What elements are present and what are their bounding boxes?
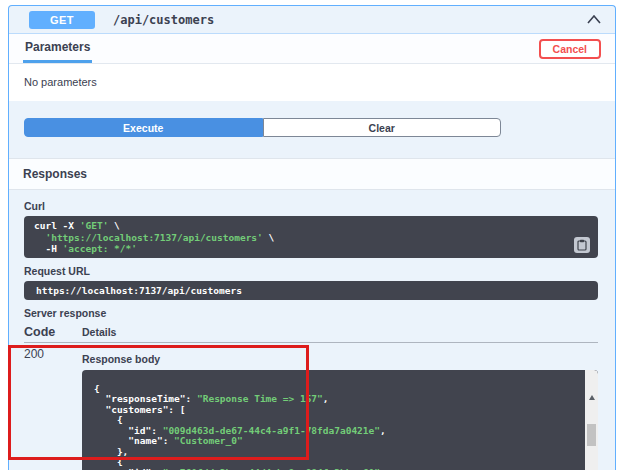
scroll-up-arrow-icon[interactable] [589,395,595,400]
response-row: 200 Response body { "responseTime": "Res… [24,343,598,470]
tab-parameters[interactable]: Parameters [23,34,92,63]
responses-title: Responses [23,167,87,181]
execute-button[interactable]: Execute [24,118,263,137]
response-body-scrollbar[interactable] [585,370,598,470]
responses-header: Responses [9,158,615,190]
server-response-label: Server response [24,307,598,319]
code-column-header: Code [24,325,82,339]
parameters-header: Parameters Cancel [9,34,615,64]
collapse-button[interactable] [587,15,601,24]
request-url-value: https://localhost:7137/api/customers [24,281,598,300]
http-method-badge: GET [29,11,95,29]
no-parameters-text: No parameters [24,76,97,88]
curl-label: Curl [24,200,598,212]
responses-section: Curl curl -X 'GET' \ 'https://localhost:… [9,190,615,470]
cancel-button[interactable]: Cancel [539,39,601,59]
endpoint-summary[interactable]: GET /api/customers [9,6,615,34]
response-table-header: Code Details [24,325,598,339]
curl-command: curl -X 'GET' \ 'https://localhost:7137/… [24,216,598,258]
request-url-label: Request URL [24,265,598,277]
details-column-header: Details [82,326,116,338]
execute-button-row: Execute Clear [24,118,501,137]
parameters-body: No parameters [9,64,615,101]
clear-button[interactable]: Clear [263,118,502,137]
swagger-page: GET /api/customers Parameters Cancel No … [0,0,624,470]
chevron-up-icon [587,15,601,24]
scrollbar-thumb[interactable] [587,424,596,446]
status-code: 200 [24,346,82,470]
response-body-code: { "responseTime": "Response Time => 157"… [94,384,572,470]
response-body: { "responseTime": "Response Time => 157"… [82,370,598,470]
endpoint-path: /api/customers [113,13,214,27]
execute-wrapper: Execute Clear [9,101,615,158]
copy-button[interactable] [574,237,590,253]
parameters-tab-label: Parameters [25,40,90,54]
endpoint-panel: GET /api/customers Parameters Cancel No … [8,5,616,470]
clipboard-icon [577,239,587,251]
response-details: Response body { "responseTime": "Respons… [82,346,598,470]
response-body-label: Response body [82,353,598,365]
